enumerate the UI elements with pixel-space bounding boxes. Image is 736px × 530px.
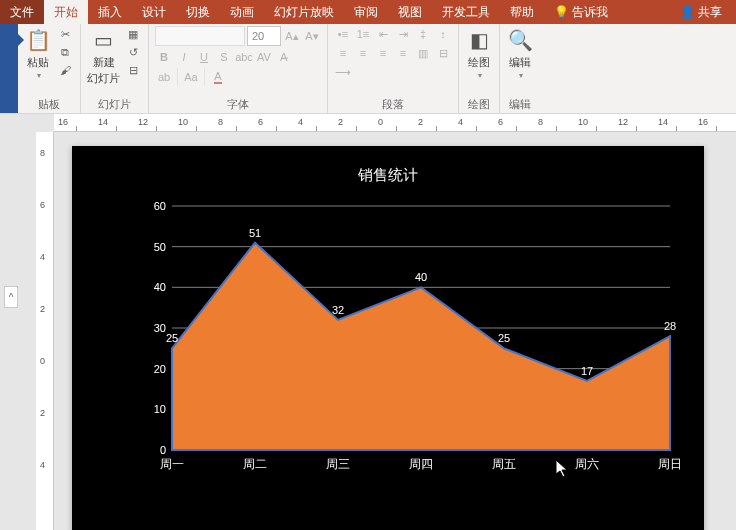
chart-title: 销售统计 <box>72 146 704 185</box>
svg-text:30: 30 <box>154 322 166 334</box>
slide-area[interactable]: 销售统计 010203040506025513240251728周一周二周三周四… <box>72 146 726 530</box>
svg-text:周三: 周三 <box>326 457 350 471</box>
group-paragraph-label: 段落 <box>382 97 404 114</box>
new-slide-label2: 幻灯片 <box>87 71 120 86</box>
font-size-combo[interactable]: 20 <box>247 26 281 46</box>
paste-button[interactable]: 📋 粘贴 ▾ <box>24 26 52 80</box>
svg-text:51: 51 <box>249 227 261 239</box>
section-button[interactable]: ⊟ <box>124 62 142 78</box>
tab-developer[interactable]: 开发工具 <box>432 0 500 24</box>
tab-file[interactable]: 文件 <box>0 0 44 24</box>
svg-text:32: 32 <box>332 304 344 316</box>
tab-tellme-label: 告诉我 <box>572 4 608 21</box>
italic-button[interactable]: I <box>175 49 193 65</box>
tab-help[interactable]: 帮助 <box>500 0 544 24</box>
tab-home[interactable]: 开始 <box>44 0 88 24</box>
group-drawing-label: 绘图 <box>468 97 490 114</box>
svg-text:25: 25 <box>498 332 510 344</box>
editing-label: 编辑 <box>509 55 531 70</box>
group-slides-label: 幻灯片 <box>98 97 131 114</box>
align-left-button[interactable]: ≡ <box>334 45 352 61</box>
svg-text:28: 28 <box>664 320 676 332</box>
font-color-button[interactable]: A <box>209 69 227 85</box>
svg-text:17: 17 <box>581 365 593 377</box>
workspace: 1614121086420246810121416 8642024 ^ 销售统计… <box>0 114 736 530</box>
cut-button[interactable]: ✂ <box>56 26 74 42</box>
svg-text:50: 50 <box>154 241 166 253</box>
group-clipboard-label: 贴板 <box>38 97 60 114</box>
svg-text:40: 40 <box>154 281 166 293</box>
bullets-button[interactable]: •≡ <box>334 26 352 42</box>
svg-text:20: 20 <box>154 363 166 375</box>
indent-inc-button[interactable]: ⇥ <box>394 26 412 42</box>
svg-text:周四: 周四 <box>409 457 433 471</box>
svg-text:周日: 周日 <box>658 457 680 471</box>
change-case-button[interactable]: Aa <box>182 69 200 85</box>
format-painter-button[interactable]: 🖌 <box>56 62 74 78</box>
new-slide-button[interactable]: ▭ 新建 幻灯片 <box>87 26 120 86</box>
tab-tellme[interactable]: 💡告诉我 <box>544 0 618 24</box>
slide-canvas[interactable]: 销售统计 010203040506025513240251728周一周二周三周四… <box>72 146 704 530</box>
svg-text:40: 40 <box>415 271 427 283</box>
svg-text:10: 10 <box>154 403 166 415</box>
shadow-button[interactable]: abc <box>235 49 253 65</box>
svg-text:周五: 周五 <box>492 457 516 471</box>
lightbulb-icon: 💡 <box>554 5 569 19</box>
grow-font-button[interactable]: A▴ <box>283 28 301 44</box>
svg-text:周六: 周六 <box>575 457 599 471</box>
group-paragraph: •≡ 1≡ ⇤ ⇥ ‡ ↕ ≡ ≡ ≡ ≡ ▥ ⊟ ⟶ 段落 <box>328 24 459 114</box>
align-justify-button[interactable]: ≡ <box>394 45 412 61</box>
char-spacing-button[interactable]: AV <box>255 49 273 65</box>
horizontal-ruler[interactable]: 1614121086420246810121416 <box>54 114 736 132</box>
tab-animation[interactable]: 动画 <box>220 0 264 24</box>
reset-button[interactable]: ↺ <box>124 44 142 60</box>
indent-dec-button[interactable]: ⇤ <box>374 26 392 42</box>
tab-transition[interactable]: 切换 <box>176 0 220 24</box>
strike-button[interactable]: S <box>215 49 233 65</box>
underline-button[interactable]: U <box>195 49 213 65</box>
tab-insert[interactable]: 插入 <box>88 0 132 24</box>
tab-review[interactable]: 审阅 <box>344 0 388 24</box>
tab-share[interactable]: 👤 共享 <box>670 0 736 24</box>
ribbon: 📋 粘贴 ▾ ✂ ⧉ 🖌 贴板 ▭ 新建 幻灯片 ▦ ↺ ⊟ <box>0 24 736 114</box>
chart-plot: 010203040506025513240251728周一周二周三周四周五周六周… <box>142 200 680 476</box>
drawing-button[interactable]: ◧ 绘图 ▾ <box>465 26 493 80</box>
svg-text:25: 25 <box>166 332 178 344</box>
svg-text:0: 0 <box>160 444 166 456</box>
tab-slideshow[interactable]: 幻灯片放映 <box>264 0 344 24</box>
columns-button[interactable]: ▥ <box>414 45 432 61</box>
search-icon: 🔍 <box>506 26 534 54</box>
bold-button[interactable]: B <box>155 49 173 65</box>
layout-button[interactable]: ▦ <box>124 26 142 42</box>
vertical-ruler[interactable]: 8642024 <box>36 132 54 530</box>
line-spacing-button[interactable]: ‡ <box>414 26 432 42</box>
panel-collapse-button[interactable]: ^ <box>4 286 18 308</box>
new-slide-label1: 新建 <box>93 55 115 70</box>
chevron-down-icon: ▾ <box>519 71 523 80</box>
align-right-button[interactable]: ≡ <box>374 45 392 61</box>
align-vert-button[interactable]: ⊟ <box>434 45 452 61</box>
tab-view[interactable]: 视图 <box>388 0 432 24</box>
group-drawing: ◧ 绘图 ▾ 绘图 <box>459 24 500 114</box>
shrink-font-button[interactable]: A▾ <box>303 28 321 44</box>
editing-button[interactable]: 🔍 编辑 ▾ <box>506 26 534 80</box>
tab-design[interactable]: 设计 <box>132 0 176 24</box>
group-font-label: 字体 <box>227 97 249 114</box>
svg-text:周二: 周二 <box>243 457 267 471</box>
highlight-button[interactable]: ab <box>155 69 173 85</box>
group-slides: ▭ 新建 幻灯片 ▦ ↺ ⊟ 幻灯片 <box>81 24 149 114</box>
smartart-button[interactable]: ⟶ <box>334 64 352 80</box>
text-direction-button[interactable]: ↕ <box>434 26 452 42</box>
svg-text:周一: 周一 <box>160 457 184 471</box>
align-center-button[interactable]: ≡ <box>354 45 372 61</box>
font-name-combo[interactable] <box>155 26 245 46</box>
numbering-button[interactable]: 1≡ <box>354 26 372 42</box>
group-clipboard: 📋 粘贴 ▾ ✂ ⧉ 🖌 贴板 <box>18 24 81 114</box>
group-font: 20 A▴ A▾ B I U S abc AV A̶ ab Aa A 字体 <box>149 24 328 114</box>
clipboard-icon: 📋 <box>24 26 52 54</box>
group-editing: 🔍 编辑 ▾ 编辑 <box>500 24 540 114</box>
chevron-down-icon: ▾ <box>37 71 41 80</box>
copy-button[interactable]: ⧉ <box>56 44 74 60</box>
clear-format-button[interactable]: A̶ <box>275 49 293 65</box>
drawing-label: 绘图 <box>468 55 490 70</box>
